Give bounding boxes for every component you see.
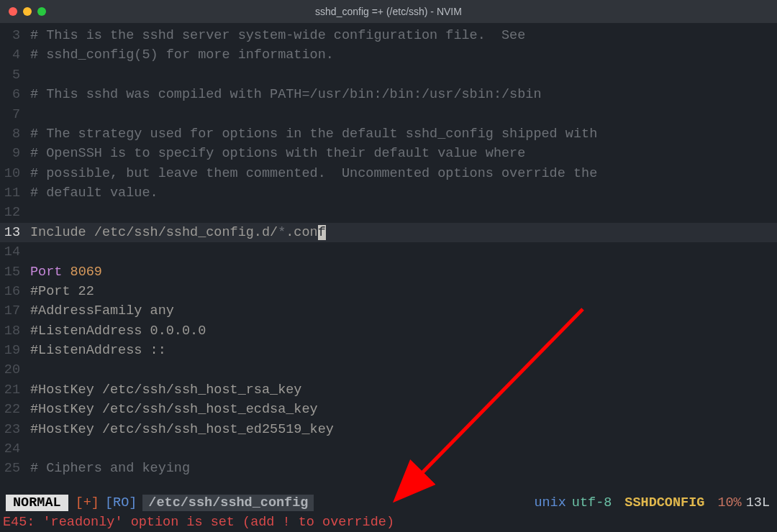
line-content: Include /etc/ssh/sshd_config.d/*.conf [30, 223, 326, 242]
line-content: # This sshd was compiled with PATH=/usr/… [30, 85, 542, 104]
editor-line[interactable]: 7 [0, 105, 777, 124]
line-content: #HostKey /etc/ssh/ssh_host_ecdsa_key [30, 400, 318, 419]
cursor: f [318, 225, 326, 240]
window-title: sshd_config =+ (/etc/ssh) - NVIM [315, 6, 462, 17]
line-number: 8 [0, 124, 30, 144]
line-number: 10 [0, 164, 30, 183]
file-type: SSHDCONFIG [624, 495, 704, 510]
readonly-flag: [RO] [105, 495, 137, 510]
editor-line[interactable]: 12 [0, 203, 777, 222]
editor-line[interactable]: 18#ListenAddress 0.0.0.0 [0, 321, 777, 341]
editor-line[interactable]: 24 [0, 439, 777, 459]
editor-line[interactable]: 19#ListenAddress :: [0, 341, 777, 360]
line-content: # Ciphers and keying [30, 459, 190, 478]
line-content: # possible, but leave them commented. Un… [30, 164, 597, 183]
line-content: # The strategy used for options in the d… [30, 124, 597, 144]
line-number: 3 [0, 26, 30, 45]
editor-line[interactable]: 10# possible, but leave them commented. … [0, 164, 777, 183]
editor-line[interactable]: 5 [0, 65, 777, 85]
editor-line[interactable]: 17#AddressFamily any [0, 301, 777, 321]
line-content: #HostKey /etc/ssh/ssh_host_rsa_key [30, 380, 301, 400]
editor-line[interactable]: 22#HostKey /etc/ssh/ssh_host_ecdsa_key [0, 400, 777, 419]
editor-line[interactable]: 21#HostKey /etc/ssh/ssh_host_rsa_key [0, 380, 777, 400]
close-window-icon[interactable] [9, 7, 17, 16]
line-number: 16 [0, 282, 30, 301]
line-content: Port 8069 [30, 262, 102, 282]
editor-line[interactable]: 11# default value. [0, 183, 777, 203]
traffic-lights [9, 7, 46, 16]
line-content: # default value. [30, 183, 158, 203]
line-number: 17 [0, 301, 30, 321]
file-encoding: utf-8 [572, 495, 612, 510]
line-content: # This is the sshd server system-wide co… [30, 26, 525, 45]
line-content: #AddressFamily any [30, 301, 174, 321]
editor-line[interactable]: 15Port 8069 [0, 262, 777, 282]
editor-line[interactable]: 9# OpenSSH is to specify options with th… [0, 144, 777, 163]
editor-line[interactable]: 8# The strategy used for options in the … [0, 124, 777, 144]
line-content: # OpenSSH is to specify options with the… [30, 144, 525, 163]
file-path: /etc/ssh/sshd_config [142, 495, 314, 511]
line-number: 5 [0, 65, 30, 85]
line-number: 11 [0, 183, 30, 203]
editor-line[interactable]: 3# This is the sshd server system-wide c… [0, 26, 777, 45]
line-number: 4 [0, 45, 30, 65]
editor-line[interactable]: 16#Port 22 [0, 282, 777, 301]
line-number: 12 [0, 203, 30, 222]
scroll-percent: 10% [717, 495, 741, 510]
line-number: 25 [0, 459, 30, 478]
line-number: 23 [0, 420, 30, 439]
editor-line[interactable]: 20 [0, 360, 777, 380]
line-number: 14 [0, 242, 30, 262]
editor-line[interactable]: 6# This sshd was compiled with PATH=/usr… [0, 85, 777, 104]
line-number: 21 [0, 380, 30, 400]
statusline: NORMAL [+] [RO] /etc/ssh/sshd_config uni… [0, 493, 777, 513]
line-number: 6 [0, 85, 30, 104]
line-content: # sshd_config(5) for more information. [30, 45, 334, 65]
line-number: 22 [0, 400, 30, 419]
line-content: #ListenAddress 0.0.0.0 [30, 321, 206, 341]
line-number: 13 [0, 223, 30, 242]
minimize-window-icon[interactable] [23, 7, 32, 16]
editor-area[interactable]: 3# This is the sshd server system-wide c… [0, 23, 777, 479]
editor-line[interactable]: 14 [0, 242, 777, 262]
line-number: 15 [0, 262, 30, 282]
line-content: #Port 22 [30, 282, 94, 301]
line-position: 13L [746, 495, 770, 510]
line-number: 24 [0, 439, 30, 459]
line-number: 7 [0, 105, 30, 124]
editor-line[interactable]: 23#HostKey /etc/ssh/ssh_host_ed25519_key [0, 420, 777, 439]
line-number: 20 [0, 360, 30, 380]
editor-line[interactable]: 25# Ciphers and keying [0, 459, 777, 478]
error-message: E45: 'readonly' option is set (add ! to … [3, 515, 394, 530]
titlebar: sshd_config =+ (/etc/ssh) - NVIM [0, 0, 777, 23]
line-content: #HostKey /etc/ssh/ssh_host_ed25519_key [30, 420, 334, 439]
file-format: unix [534, 495, 565, 510]
command-line[interactable]: E45: 'readonly' option is set (add ! to … [0, 513, 777, 532]
maximize-window-icon[interactable] [37, 7, 46, 16]
mode-indicator: NORMAL [6, 495, 68, 511]
line-content: #ListenAddress :: [30, 341, 166, 360]
modified-flag: [+] [76, 495, 99, 510]
line-number: 19 [0, 341, 30, 360]
line-number: 9 [0, 144, 30, 163]
editor-line[interactable]: 13Include /etc/ssh/sshd_config.d/*.conf [0, 223, 777, 242]
editor-line[interactable]: 4# sshd_config(5) for more information. [0, 45, 777, 65]
line-number: 18 [0, 321, 30, 341]
